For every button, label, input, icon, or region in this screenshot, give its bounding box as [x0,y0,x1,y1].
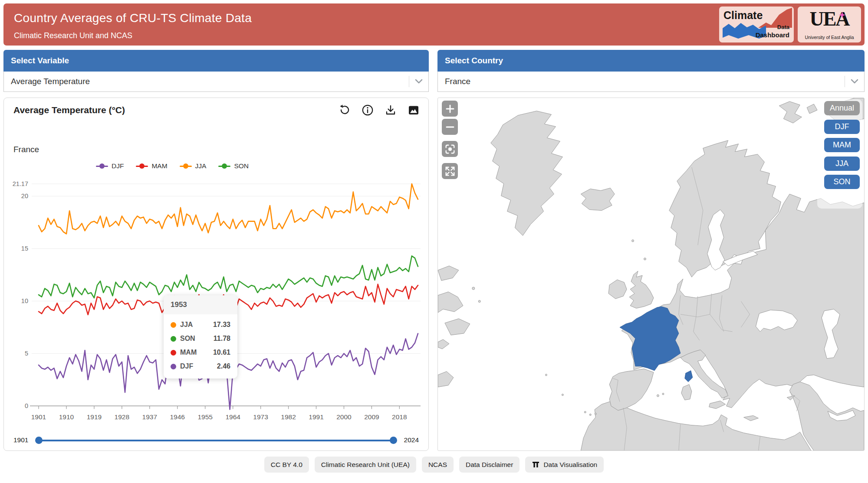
footer-link-climatic-research-unit-uea[interactable]: Climatic Research Unit (UEA) [315,457,416,473]
map-landmass-canada[interactable] [438,339,449,349]
map-landmass-newfoundland[interactable] [445,319,470,335]
map-island[interactable] [478,300,480,303]
season-button-mam[interactable]: MAM [824,138,860,152]
legend-item-jja[interactable]: JJA [180,162,207,170]
uea-logo[interactable]: UEA University of East Anglia [798,7,861,42]
tooltip-series-name: JJA [180,321,209,329]
map-island[interactable] [472,287,475,290]
legend-label-son: SON [234,162,249,170]
map-island-azores[interactable] [545,374,547,376]
map-region-corsica[interactable] [685,371,693,382]
map-island-sicily[interactable] [709,401,726,409]
y-axis-tick-label: 10 [21,297,28,304]
chart-tooltip: 1953 JJA17.33SON11.78MAM10.61DJF2.46 [164,295,237,379]
map-landmass-iberia[interactable] [609,369,654,411]
tooltip-series-name: MAM [180,349,209,356]
map-landmass-britain[interactable] [629,271,654,308]
fullscreen-button[interactable] [442,163,458,179]
tooltip-year: 1953 [164,295,237,314]
locate-button[interactable] [442,141,458,157]
slider-track[interactable] [35,436,397,444]
map-landmass-arctic-island[interactable] [807,104,817,114]
map-landmass-iceland[interactable] [581,188,615,211]
tooltip-row-jja: JJA17.33 [171,318,230,332]
legend-item-mam[interactable]: MAM [136,162,167,170]
footer-link-label: Data Disclaimer [466,461,513,469]
map-island-canary[interactable] [584,411,586,413]
map-island-sardinia[interactable] [681,385,692,400]
reset-icon[interactable] [339,104,351,116]
download-icon[interactable] [385,104,397,116]
map-island-canary[interactable] [595,413,596,415]
legend-item-son[interactable]: SON [218,162,249,170]
map-landmass-canada[interactable] [438,292,463,313]
series-line-son[interactable] [39,256,418,298]
year-range-slider: 1901 2024 [13,435,419,445]
map-landmass-svalbard[interactable] [779,101,802,123]
footer-link-label: CC BY 4.0 [271,461,302,469]
map-landmass-greenland[interactable] [491,111,563,235]
map-island-shetland[interactable] [644,258,646,260]
map-island-crete[interactable] [744,415,759,421]
legend-item-djf[interactable]: DJF [96,162,124,170]
chevron-down-icon [414,79,423,84]
info-icon[interactable] [362,104,374,116]
world-map-svg[interactable]: .land{fill:var(--map-land);stroke:var(--… [438,98,864,450]
season-button-jja[interactable]: JJA [824,157,860,171]
page-title: Country Averages of CRU-TS Climate Data [14,11,252,25]
footer-link-cc-by-4-0[interactable]: CC BY 4.0 [264,457,309,473]
country-select[interactable]: France [437,72,865,92]
climate-dashboard-logo[interactable]: Climate Data Dashboard [719,7,794,42]
x-axis-tick-label: 1964 [225,413,240,421]
y-axis-tick-label: 5 [25,350,28,357]
footer: CC BY 4.0Climatic Research Unit (UEA)NCA… [0,457,868,473]
select-divider [409,76,409,87]
image-export-icon[interactable] [408,104,420,116]
tooltip-series-dot [171,336,176,342]
season-button-djf[interactable]: DJF [824,120,860,134]
country-select-value: France [445,77,845,86]
map-landmass-canada[interactable] [438,372,454,387]
map-zoom-controls [442,101,458,179]
footer-link-label: NCAS [428,461,447,469]
variable-select[interactable]: Average Temperature [3,72,429,92]
tooltip-series-dot [171,350,176,356]
zoom-in-button[interactable] [442,101,458,117]
map-island-balearic[interactable] [662,393,664,395]
country-panel-header: Select Country [437,50,865,72]
season-button-son[interactable]: SON [824,175,860,189]
map-island-canary[interactable] [589,414,591,416]
map-container[interactable]: .land{fill:var(--map-land);stroke:var(--… [437,98,865,451]
x-axis-tick-label: 2009 [364,413,379,421]
footer-link-data-visualisation[interactable]: Data Visualisation [525,457,604,473]
x-axis-tick-label: 1928 [115,413,129,421]
footer-link-ncas[interactable]: NCAS [422,457,454,473]
map-landmass-africa[interactable] [581,402,811,451]
logo-climate-word: Climate [723,9,763,22]
variable-panel-header: Select Variable [3,50,429,72]
slider-handle-start[interactable] [35,437,43,444]
map-landmass-canada[interactable] [438,266,459,281]
map-landmass-ireland[interactable] [608,280,627,299]
zoom-out-button[interactable] [442,119,458,135]
chevron-down-icon [850,79,859,84]
season-button-annual[interactable]: Annual [824,101,860,115]
map-island-faroe[interactable] [632,240,634,242]
series-line-jja[interactable] [39,184,418,234]
footer-link-data-disclaimer[interactable]: Data Disclaimer [459,457,519,473]
slider-handle-end[interactable] [390,437,397,444]
x-axis-tick-label: 2018 [392,413,407,421]
map-island-madeira[interactable] [562,394,563,396]
page-subtitle: Climatic Research Unit and NCAS [14,31,132,40]
x-axis-tick-label: 1973 [253,413,268,421]
tooltip-series-name: SON [180,335,210,343]
tooltip-row-djf: DJF2.46 [171,359,230,373]
tooltip-series-value: 11.78 [214,335,230,343]
variable-column: Select Variable Average Temperature Aver… [3,50,429,451]
uea-acronym: UEA [798,7,861,30]
map-island-balearic[interactable] [657,395,659,397]
tooltip-series-value: 10.61 [213,349,230,356]
tooltip-series-value: 2.46 [217,362,230,370]
season-button-group: AnnualDJFMAMJJASON [824,101,860,189]
x-axis-tick-label: 1982 [281,413,296,421]
